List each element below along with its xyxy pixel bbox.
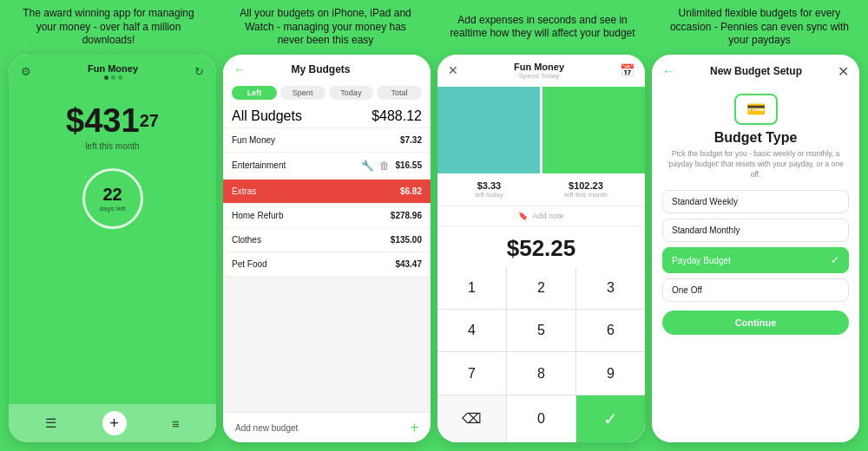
s3-header: ✕ Fun Money Spend Today 📅 [437,55,645,87]
s2-add-budget-label: Add new budget [235,423,298,433]
s4-back-button[interactable]: ← [662,64,674,78]
calendar-icon[interactable]: 📅 [620,63,635,77]
dot-1 [104,75,108,80]
s1-amount-dollars: $431 [66,102,140,139]
s3-keypad: 1 2 3 4 5 6 7 8 9 ⌫ 0 ✓ [437,267,645,442]
s1-amount-label: left this month [9,141,216,151]
s2-back-button[interactable]: ← [233,62,246,76]
wrench-icon[interactable]: 🔧 [361,160,374,172]
s4-header: ← New Budget Setup ✕ [652,55,859,85]
s2-title: My Budgets [291,63,350,75]
s3-add-note[interactable]: 🔖 Add note [437,206,645,226]
dot-3 [118,75,122,80]
key-3[interactable]: 3 [576,267,645,309]
s2-add-budget-button[interactable]: + [411,420,418,435]
s2-budget-list: Fun Money $7.32 Entertainment 🔧 🗑 $16.55… [223,128,431,412]
option-one-off[interactable]: One Off [662,278,849,302]
s2-tabs: Left Spent Today Total [223,81,431,105]
s2-row-clothes[interactable]: Clothes $135.00 [223,228,431,252]
screen-2: ← My Budgets Left Spent Today Total All … [223,55,431,442]
s3-left-today-label: left today [475,191,503,199]
s2-footer: Add new budget + [223,412,431,442]
option-standard-weekly[interactable]: Standard Weekly [662,190,849,213]
s1-days-number: 22 [102,185,122,205]
key-9[interactable]: 9 [576,352,645,394]
s2-row-entertainment[interactable]: Entertainment 🔧 🗑 $16.55 [223,153,431,180]
banner-4: Unlimited flexible budgets for every occ… [651,0,868,55]
tab-total[interactable]: Total [377,86,422,100]
s1-amount-cents: 27 [140,110,159,129]
s2-total-value: $488.12 [372,108,422,124]
s2-total-bar: All Budgets $488.12 [223,105,431,128]
s3-left-month-label: left this month [564,191,608,199]
s3-title-block: Fun Money Spend Today [514,62,564,80]
s2-row-funmoney[interactable]: Fun Money $7.32 [223,128,431,153]
s3-subtitle: Spend Today [514,72,564,80]
screens-row: Fun Money ↻ $43127 left this month 22 da… [0,55,868,451]
s4-close-button[interactable]: ✕ [838,63,849,80]
key-done[interactable]: ✓ [576,395,645,442]
key-5[interactable]: 5 [507,310,575,351]
screen-4: ← New Budget Setup ✕ 💳 Budget Type Pick … [652,55,859,442]
key-4[interactable]: 4 [437,310,506,351]
s2-row-extras[interactable]: Extras $6.82 [223,180,431,204]
key-7[interactable]: 7 [437,352,506,394]
list-icon[interactable]: ≡ [172,416,180,431]
s2-row-petfood[interactable]: Pet Food $43.47 [223,252,431,277]
key-6[interactable]: 6 [576,310,645,351]
tab-left[interactable]: Left [232,86,277,100]
tab-today[interactable]: Today [329,86,374,100]
wallet-icon: 💳 [734,94,778,125]
key-1[interactable]: 1 [437,267,506,309]
gear-icon[interactable] [21,65,31,78]
s4-wallet-icon-block: 💳 [652,94,859,125]
top-banners: The award winning app for managing your … [0,0,868,55]
banner-2: All your budgets on iPhone, iPad and Wat… [217,0,434,55]
s3-amounts: $3.33 left today $102.23 left this month [437,173,645,206]
s2-total-label: All Budgets [232,108,302,124]
key-2[interactable]: 2 [507,267,575,309]
s2-row-homerefurb[interactable]: Home Refurb $278.96 [223,204,431,228]
tab-spent[interactable]: Spent [280,86,326,100]
s4-continue-button[interactable]: Continue [662,310,849,335]
s3-close-button[interactable]: ✕ [448,63,458,77]
s1-header: Fun Money ↻ [9,55,216,85]
s1-days-circle: 22 days left [82,168,143,229]
s1-footer: ☰ + ≡ [9,404,216,442]
key-0[interactable]: 0 [507,395,575,442]
banner-1: The award winning app for managing your … [0,0,217,55]
s4-section-desc: Pick the budget for you - basic weekly o… [652,149,859,180]
note-icon: 🔖 [518,212,528,220]
hamburger-icon[interactable]: ☰ [45,415,56,431]
s3-left-today-amount: $3.33 [475,180,503,191]
option-payday-budget[interactable]: Payday Budget ✓ [662,247,849,273]
add-button[interactable]: + [102,411,127,435]
s2-header: ← My Budgets [223,55,431,81]
s4-title: New Budget Setup [710,65,802,77]
key-backspace[interactable]: ⌫ [437,395,506,442]
s1-screen-title: Fun Money [88,63,138,74]
s4-options-list: Standard Weekly Standard Monthly Payday … [652,190,859,302]
s1-days-label: days left [100,205,126,212]
banner-3: Add expenses in seconds and see in realt… [434,0,651,55]
s3-left-month-amount: $102.23 [564,180,608,191]
s3-big-amount: $52.25 [437,226,645,267]
trash-icon[interactable]: 🗑 [379,160,390,172]
refresh-icon[interactable]: ↻ [194,65,204,78]
s3-title: Fun Money [514,62,564,72]
dot-2 [111,75,115,80]
check-icon: ✓ [831,254,839,266]
screen-1: Fun Money ↻ $43127 left this month 22 da… [9,55,216,442]
s3-bar-green [542,87,645,173]
s1-amount-block: $43127 left this month [9,102,216,151]
s4-section-title: Budget Type [652,130,859,146]
s3-bar-chart [437,87,645,173]
s3-bar-teal [437,87,540,173]
screen-3: ✕ Fun Money Spend Today 📅 $3.33 left tod… [437,55,645,442]
key-8[interactable]: 8 [507,352,575,394]
option-standard-monthly[interactable]: Standard Monthly [662,219,849,242]
